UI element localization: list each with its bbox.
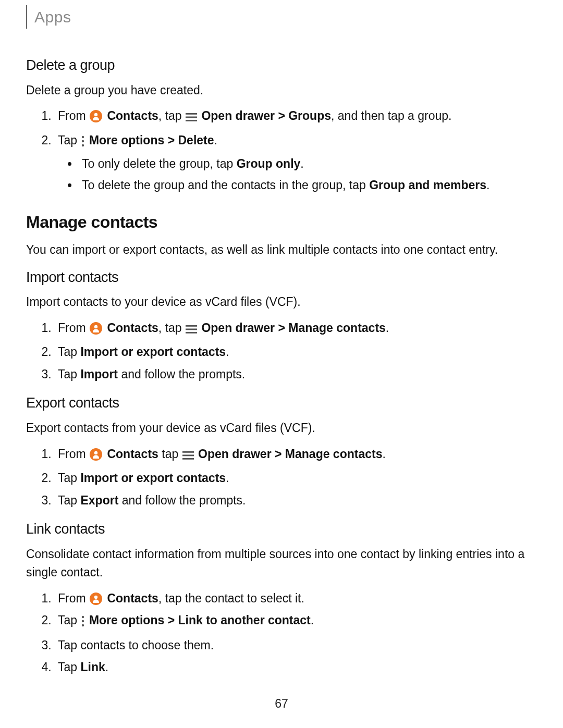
hamburger-icon <box>186 321 197 339</box>
open-drawer-label: Open drawer <box>198 447 272 461</box>
import-label: Import <box>80 367 118 381</box>
para-manage-intro: You can import or export contacts, as we… <box>26 241 537 260</box>
text: . <box>105 660 108 674</box>
hamburger-icon <box>182 447 194 465</box>
text: . <box>300 157 303 170</box>
text: . <box>226 345 229 359</box>
text: . <box>486 178 489 192</box>
contacts-icon <box>90 322 102 335</box>
text: , and then tap a group. <box>331 109 451 122</box>
group-and-members-label: Group and members <box>369 178 486 192</box>
text: From <box>58 109 89 122</box>
step-2: Tap Import or export contacts. <box>55 469 537 487</box>
step-2: Tap More options > Delete. To only delet… <box>55 131 537 194</box>
more-options-label: More options <box>89 133 164 147</box>
contacts-label: Contacts <box>107 591 158 605</box>
step-1: From Contacts, tap the contact to select… <box>55 589 537 608</box>
svg-rect-3 <box>186 120 197 121</box>
heading-delete-a-group: Delete a group <box>26 55 537 76</box>
svg-point-0 <box>94 113 97 116</box>
text: > <box>275 109 288 122</box>
text: From <box>58 447 89 461</box>
heading-import-contacts: Import contacts <box>26 267 537 288</box>
step-3: Tap contacts to choose them. <box>55 636 537 655</box>
contacts-icon <box>90 110 102 122</box>
step-2: Tap Import or export contacts. <box>55 343 537 361</box>
export-label: Export <box>80 493 118 507</box>
more-options-icon <box>81 134 85 152</box>
para-link-intro: Consolidate contact information from mul… <box>26 545 537 582</box>
text: > <box>164 613 178 627</box>
text: and follow the prompts. <box>118 367 245 381</box>
svg-rect-9 <box>186 328 197 330</box>
delete-bullets: To only delete the group, tap Group only… <box>58 155 537 194</box>
page-number: 67 <box>0 695 563 713</box>
step-1: From Contacts tap Open drawer > Manage c… <box>55 445 537 465</box>
text: Tap <box>58 345 80 359</box>
svg-rect-8 <box>186 325 197 327</box>
svg-rect-2 <box>186 117 197 118</box>
link-to-another-label: Link to another contact <box>178 613 310 627</box>
contacts-label: Contacts <box>107 321 158 335</box>
text: . <box>311 613 314 627</box>
svg-rect-14 <box>182 458 194 460</box>
bullet-2: To delete the group and the contacts in … <box>79 176 537 194</box>
heading-export-contacts: Export contacts <box>26 392 537 414</box>
svg-rect-1 <box>186 113 197 115</box>
text: . <box>226 471 229 485</box>
contacts-icon <box>90 448 102 461</box>
import-export-label: Import or export contacts <box>80 345 226 359</box>
para-import-intro: Import contacts to your device as vCard … <box>26 293 537 312</box>
text: To delete the group and the contacts in … <box>82 178 369 192</box>
step-1: From Contacts, tap Open drawer > Groups,… <box>55 107 537 127</box>
text: , tap <box>158 321 185 335</box>
delete-label: Delete <box>178 133 214 147</box>
text: , tap <box>158 109 185 122</box>
heading-manage-contacts: Manage contacts <box>26 209 537 235</box>
text: > <box>275 321 288 335</box>
text: > <box>272 447 285 461</box>
heading-link-contacts: Link contacts <box>26 519 537 540</box>
text: Tap <box>58 660 80 674</box>
text: . <box>386 321 389 335</box>
open-drawer-label: Open drawer <box>201 321 275 335</box>
more-options-icon <box>81 614 85 632</box>
breadcrumb: Apps <box>26 5 537 29</box>
contacts-label: Contacts <box>107 109 158 122</box>
text: > <box>164 133 178 147</box>
manage-contacts-label: Manage contacts <box>288 321 386 335</box>
import-export-label: Import or export contacts <box>80 471 226 485</box>
svg-rect-13 <box>182 454 194 456</box>
text: Tap <box>58 133 80 147</box>
steps-export: From Contacts tap Open drawer > Manage c… <box>26 445 537 510</box>
step-3: Tap Import and follow the prompts. <box>55 365 537 384</box>
para-export-intro: Export contacts from your device as vCar… <box>26 419 537 438</box>
svg-point-18 <box>82 624 84 626</box>
text: Tap <box>58 471 80 485</box>
contacts-label: Contacts <box>107 447 158 461</box>
link-label: Link <box>80 660 105 674</box>
text: From <box>58 321 89 335</box>
contacts-icon <box>90 593 102 605</box>
step-3: Tap Export and follow the prompts. <box>55 491 537 510</box>
open-drawer-label: Open drawer <box>201 109 275 122</box>
step-1: From Contacts, tap Open drawer > Manage … <box>55 319 537 339</box>
steps-link: From Contacts, tap the contact to select… <box>26 589 537 676</box>
text: and follow the prompts. <box>118 493 246 507</box>
step-2: Tap More options > Link to another conta… <box>55 611 537 632</box>
svg-rect-10 <box>186 332 197 334</box>
svg-point-11 <box>94 451 97 454</box>
steps-delete-group: From Contacts, tap Open drawer > Groups,… <box>26 107 537 194</box>
svg-point-17 <box>82 620 84 622</box>
svg-point-15 <box>94 596 97 599</box>
bullet-1: To only delete the group, tap Group only… <box>79 155 537 173</box>
text: , tap the contact to select it. <box>158 591 304 605</box>
more-options-label: More options <box>89 613 164 627</box>
text: Tap <box>58 367 80 381</box>
groups-label: Groups <box>288 109 331 122</box>
para-delete-intro: Delete a group you have created. <box>26 81 537 100</box>
svg-point-16 <box>82 616 84 618</box>
svg-point-5 <box>82 140 84 142</box>
text: To only delete the group, tap <box>82 157 237 170</box>
svg-rect-12 <box>182 451 194 453</box>
